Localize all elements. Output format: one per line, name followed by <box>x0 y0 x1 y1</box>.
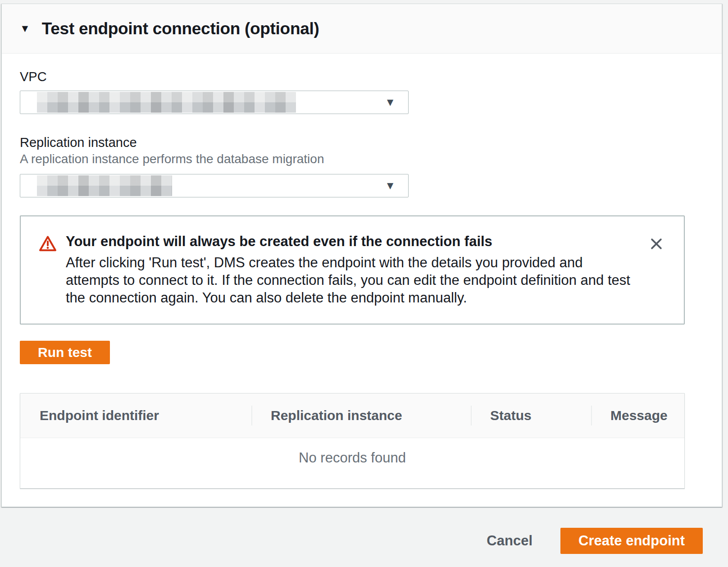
replication-instance-select[interactable]: ▼ <box>20 174 409 197</box>
table-empty-state: No records found <box>20 438 684 488</box>
warning-alert-text: Your endpoint will always be created eve… <box>66 233 638 306</box>
column-header-status: Status <box>471 407 591 424</box>
run-test-button[interactable]: Run test <box>20 341 110 364</box>
vpc-label: VPC <box>20 69 685 84</box>
section-header-toggle[interactable]: ▼ Test endpoint connection (optional) <box>2 4 722 54</box>
create-endpoint-button[interactable]: Create endpoint <box>560 528 703 554</box>
warning-alert-title: Your endpoint will always be created eve… <box>66 233 638 251</box>
warning-alert: Your endpoint will always be created eve… <box>20 215 685 325</box>
column-header-endpoint-identifier: Endpoint identifier <box>20 407 251 424</box>
replication-instance-selected-value-redacted <box>37 175 172 196</box>
vpc-field-group: VPC ▼ <box>20 69 685 114</box>
replication-instance-field-group: Replication instance A replication insta… <box>20 135 685 197</box>
chevron-down-icon: ▼ <box>385 97 396 108</box>
warning-triangle-icon <box>39 235 57 254</box>
column-header-replication-instance: Replication instance <box>251 407 471 424</box>
create-endpoint-page: ▼ Test endpoint connection (optional) VP… <box>0 4 728 567</box>
table-header-row: Endpoint identifier Replication instance… <box>20 393 684 438</box>
form-actions-footer: Cancel Create endpoint <box>0 507 728 567</box>
collapse-icon: ▼ <box>20 23 30 34</box>
section-title: Test endpoint connection (optional) <box>42 19 319 38</box>
replication-instance-label: Replication instance <box>20 135 685 150</box>
connection-results-table: Endpoint identifier Replication instance… <box>20 393 685 489</box>
replication-instance-description: A replication instance performs the data… <box>20 151 685 167</box>
cancel-button[interactable]: Cancel <box>487 533 532 549</box>
test-endpoint-section: ▼ Test endpoint connection (optional) VP… <box>1 4 722 507</box>
section-body: VPC ▼ Replication instance A replication… <box>2 54 722 507</box>
warning-alert-body: After clicking 'Run test', DMS creates t… <box>66 254 638 306</box>
vpc-selected-value-redacted <box>37 92 296 113</box>
chevron-down-icon: ▼ <box>385 180 396 191</box>
close-icon[interactable] <box>647 234 666 255</box>
vpc-select[interactable]: ▼ <box>20 91 409 114</box>
column-header-message: Message <box>591 407 684 424</box>
